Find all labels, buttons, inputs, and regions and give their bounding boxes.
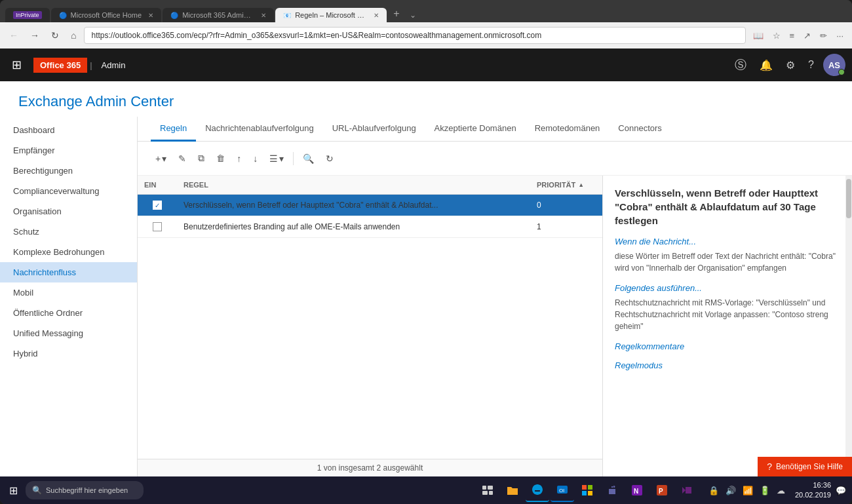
add-button[interactable]: + ▾: [151, 150, 171, 167]
help-icon[interactable]: ?: [804, 55, 818, 75]
delete-button[interactable]: 🗑: [212, 150, 229, 166]
sidebar-item-mobil[interactable]: Mobil: [0, 282, 137, 303]
col-header-prioritaet[interactable]: PRIORITÄT ▲: [530, 176, 602, 194]
tab-regeln-nav[interactable]: Regeln: [151, 117, 196, 142]
help-button[interactable]: ? Benötigen Sie Hilfe: [758, 457, 852, 476]
sort-arrow-icon: ▲: [578, 182, 584, 188]
brand-admin[interactable]: Admin: [95, 58, 132, 73]
tab-icon-regeln: 📧: [283, 12, 291, 19]
sidebar-item-schutz[interactable]: Schutz: [0, 222, 137, 242]
wifi-icon[interactable]: 📶: [741, 484, 755, 497]
toolbar: + ▾ ✎ ⧉ 🗑 ↑ ↓: [138, 142, 852, 176]
tab-akzeptierte-domaenen[interactable]: Akzeptierte Domänen: [425, 117, 526, 142]
detail-scrollbar-thumb[interactable]: [846, 179, 851, 218]
notifications-icon[interactable]: 🔔: [756, 55, 777, 75]
windows-explorer-app[interactable]: [575, 478, 599, 502]
notifications-tray-icon[interactable]: 💬: [834, 484, 848, 497]
sidebar-item-berechtigungen[interactable]: Berechtigungen: [0, 161, 137, 181]
tab-admin-center[interactable]: 🔵 Microsoft 365 Admin Cente ✕: [163, 8, 274, 22]
edge-app[interactable]: [526, 478, 549, 502]
sidebar-item-organisation[interactable]: Organisation: [0, 201, 137, 222]
col-header-regel: REGEL: [177, 176, 530, 194]
move-up-button[interactable]: ↑: [232, 150, 246, 167]
down-arrow-icon: ↓: [253, 153, 258, 164]
tab-connectors[interactable]: Connectors: [609, 117, 670, 142]
skype-icon[interactable]: Ⓢ: [731, 53, 750, 77]
teams-app[interactable]: [600, 478, 624, 502]
exchange-header: Exchange Admin Center: [0, 81, 852, 117]
checkbox-1[interactable]: ✓: [153, 201, 162, 210]
refresh-button-toolbar[interactable]: ↻: [321, 150, 338, 167]
taskbar-clock[interactable]: 16:36 20.02.2019: [795, 480, 831, 501]
back-button[interactable]: ←: [5, 28, 22, 43]
tab-close-office[interactable]: ✕: [148, 12, 153, 19]
new-tab-button[interactable]: +: [388, 5, 404, 22]
sidebar-item-unified-messaging[interactable]: Unified Messaging: [0, 323, 137, 343]
sidebar-item-nachrichtenfluss[interactable]: Nachrichtenfluss: [0, 262, 137, 282]
share-icon[interactable]: ↗: [800, 29, 814, 43]
sidebar-item-compliance[interactable]: Complianceverwaltung: [0, 181, 137, 201]
search-button[interactable]: 🔍: [298, 150, 319, 167]
detail-mode-label: Regelmodus: [615, 360, 840, 370]
tab-inprivate[interactable]: InPrivate: [5, 8, 50, 22]
add-arrow: ▾: [162, 153, 166, 164]
address-input[interactable]: [84, 27, 745, 44]
row-ein-1: ✓: [138, 195, 177, 216]
sidebar-item-ordner[interactable]: Öffentliche Ordner: [0, 303, 137, 323]
tab-close-admin[interactable]: ✕: [261, 12, 266, 19]
favorites-icon[interactable]: ☆: [769, 29, 784, 43]
hub-icon[interactable]: ≡: [786, 29, 798, 43]
tab-office-home[interactable]: 🔵 Microsoft Office Home ✕: [51, 8, 162, 22]
network-icon[interactable]: 🔒: [707, 484, 721, 497]
more-icon[interactable]: ···: [833, 29, 847, 43]
sidebar-item-hybrid[interactable]: Hybrid: [0, 343, 137, 364]
start-button[interactable]: ⊞: [4, 480, 23, 501]
tab-remotedomaenen[interactable]: Remotedomänen: [526, 117, 610, 142]
move-down-button[interactable]: ↓: [248, 150, 262, 167]
taskbar-search[interactable]: 🔍 Suchbegriff hier eingeben: [26, 481, 144, 499]
read-mode-icon[interactable]: 📖: [750, 29, 767, 43]
prioritaet-label: PRIORITÄT: [537, 181, 575, 189]
brand-office[interactable]: Office 365: [33, 58, 87, 73]
up-arrow-icon: ↑: [237, 153, 241, 164]
visualstudio-app[interactable]: [675, 478, 699, 502]
windows-taskbar: ⊞ 🔍 Suchbegriff hier eingeben: [0, 476, 852, 504]
table-row[interactable]: ✓ Verschlüsseln, wenn Betreff oder Haupt…: [138, 195, 602, 216]
detail-scrollbar-track[interactable]: [845, 176, 852, 476]
row-priority-2: 1: [530, 216, 602, 237]
sidebar-item-empfaenger[interactable]: Empfänger: [0, 140, 137, 161]
svg-text:Ol: Ol: [559, 488, 564, 494]
copy-button[interactable]: ⧉: [193, 149, 209, 167]
outlook-app[interactable]: Ol: [551, 478, 574, 502]
toggle-button[interactable]: ☰ ▾: [265, 150, 288, 167]
taskview-app[interactable]: [476, 478, 499, 502]
detail-then-text: Rechtschutznachricht mit RMS-Vorlage: "V…: [615, 297, 840, 332]
table-row[interactable]: Benutzerdefiniertes Branding auf alle OM…: [138, 216, 602, 238]
forward-button[interactable]: →: [26, 28, 43, 43]
file-explorer-app[interactable]: [501, 478, 524, 502]
cloud-icon[interactable]: ☁: [775, 484, 787, 497]
tab-close-regeln[interactable]: ✕: [374, 12, 379, 19]
refresh-button[interactable]: ↻: [47, 28, 63, 43]
settings-icon[interactable]: ⚙: [782, 55, 799, 75]
tab-url-ablauf[interactable]: URL-Ablaufverfolgung: [323, 117, 425, 142]
battery-icon[interactable]: 🔋: [758, 484, 772, 497]
row-rule-2: Benutzerdefiniertes Branding auf alle OM…: [177, 216, 530, 237]
sidebar-item-bedrohungen[interactable]: Komplexe Bedrohungen: [0, 242, 137, 262]
notes-icon[interactable]: ✏: [817, 29, 830, 43]
tab-regeln[interactable]: 📧 Regeln – Microsoft Exch ✕: [275, 8, 387, 22]
tabs-chevron[interactable]: ⌄: [406, 8, 420, 22]
onenote-app[interactable]: N: [625, 478, 649, 502]
powerpoint-app[interactable]: P: [650, 478, 674, 502]
checkbox-2[interactable]: [153, 222, 162, 231]
main-content: Exchange Admin Center Dashboard Empfänge…: [0, 81, 852, 476]
waffle-icon[interactable]: ⊞: [7, 52, 27, 77]
volume-icon[interactable]: 🔊: [724, 484, 738, 497]
sidebar-item-dashboard[interactable]: Dashboard: [0, 120, 137, 140]
home-button[interactable]: ⌂: [67, 28, 80, 43]
tab-nachrichtenablauf[interactable]: Nachrichtenablaufverfolgung: [196, 117, 323, 142]
user-avatar[interactable]: AS: [823, 54, 845, 76]
edit-button[interactable]: ✎: [174, 150, 191, 167]
svg-rect-1: [488, 486, 493, 490]
sidebar: Dashboard Empfänger Berechtigungen Compl…: [0, 117, 138, 476]
